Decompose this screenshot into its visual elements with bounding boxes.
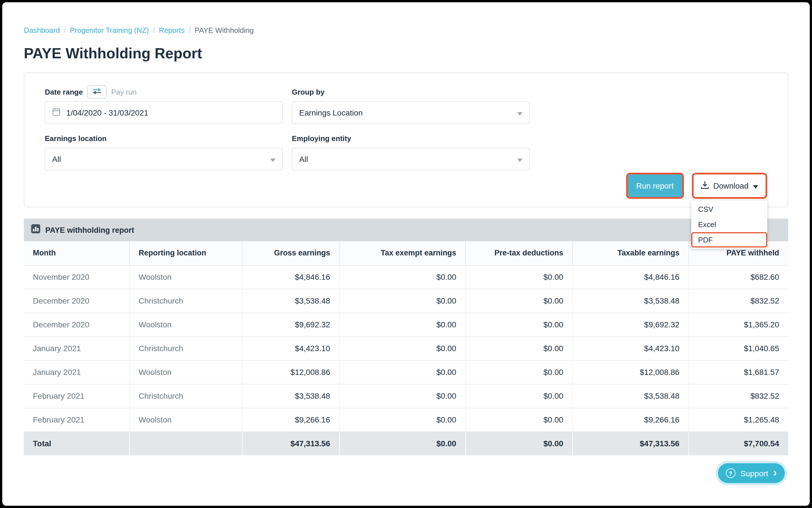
- table-cell: February 2021: [24, 384, 129, 408]
- download-button[interactable]: Download: [693, 174, 766, 197]
- date-range-value: 1/04/2020 - 31/03/2021: [66, 108, 149, 117]
- bar-chart-icon: [31, 224, 40, 236]
- table-cell: Woolston: [129, 408, 242, 431]
- table-cell: $1,681.57: [689, 360, 788, 384]
- date-range-input[interactable]: 1/04/2020 - 31/03/2021: [45, 101, 283, 124]
- group-by-field: Group by Earnings Location: [292, 87, 530, 124]
- table-cell: $832.52: [689, 384, 788, 408]
- total-tax-exempt-earnings: $0.00: [339, 431, 465, 455]
- table-cell: Christchurch: [129, 384, 242, 408]
- table-cell: December 2020: [24, 312, 129, 336]
- breadcrumb-reports[interactable]: Reports: [159, 26, 185, 35]
- date-range-label: Date range: [45, 87, 83, 96]
- page-content: Dashboard / Progenitor Training (NZ) / R…: [2, 2, 810, 506]
- report-table-body: November 2020Woolston$4,846.16$0.00$0.00…: [24, 265, 788, 431]
- total-empty-cell: [129, 431, 242, 455]
- table-cell: $0.00: [339, 289, 465, 312]
- earnings-location-select[interactable]: All: [45, 148, 283, 170]
- table-cell: $0.00: [339, 265, 465, 289]
- table-cell: $1,040.65: [689, 336, 788, 360]
- table-cell: $0.00: [339, 360, 465, 384]
- calendar-icon: [52, 108, 60, 118]
- group-by-value: Earnings Location: [299, 108, 363, 117]
- table-cell: $0.00: [339, 408, 465, 431]
- earnings-location-value: All: [52, 155, 61, 164]
- table-row: December 2020Woolston$9,692.32$0.00$0.00…: [24, 312, 788, 336]
- table-cell: Christchurch: [129, 289, 242, 312]
- table-cell: December 2020: [24, 289, 129, 312]
- table-cell: January 2021: [24, 336, 129, 360]
- menu-item-csv[interactable]: CSV: [691, 202, 767, 217]
- table-cell: $0.00: [465, 336, 573, 360]
- table-cell: $3,538.48: [243, 289, 340, 312]
- filter-actions: Run report: [45, 173, 767, 199]
- chevron-right-icon: ›: [773, 467, 777, 478]
- group-by-select[interactable]: Earnings Location: [292, 101, 530, 124]
- table-cell: Woolston: [129, 312, 242, 336]
- table-cell: $682.60: [689, 265, 788, 289]
- employing-entity-select[interactable]: All: [292, 148, 530, 170]
- table-cell: $0.00: [465, 312, 573, 336]
- report-title: PAYE withholding report: [45, 226, 134, 234]
- table-cell: Christchurch: [129, 336, 242, 360]
- table-row: February 2021Woolston$9,266.16$0.00$0.00…: [24, 408, 788, 431]
- swap-arrows-icon: [92, 87, 102, 97]
- table-cell: $0.00: [465, 360, 573, 384]
- date-mode-toggle[interactable]: [87, 85, 107, 98]
- table-total-row: Total $47,313.56 $0.00 $0.00 $47,313.56 …: [24, 431, 788, 455]
- total-taxable-earnings: $47,313.56: [573, 431, 689, 455]
- table-row: February 2021Christchurch$3,538.48$0.00$…: [24, 384, 788, 408]
- table-cell: $3,538.48: [573, 289, 689, 312]
- pay-run-label[interactable]: Pay run: [111, 87, 136, 96]
- table-cell: $1,265.48: [689, 408, 788, 431]
- column-header-month: Month: [24, 241, 129, 265]
- table-cell: Woolston: [129, 265, 242, 289]
- question-mark-icon: ?: [726, 468, 735, 478]
- table-cell: Woolston: [129, 360, 242, 384]
- download-highlight: Download: [692, 173, 767, 199]
- table-cell: $0.00: [339, 336, 465, 360]
- total-label: Total: [24, 431, 129, 455]
- table-cell: $1,365.20: [689, 312, 788, 336]
- chevron-down-icon: [517, 108, 522, 117]
- download-menu: CSV Excel PDF: [691, 201, 767, 249]
- earnings-location-field: Earnings location All: [45, 133, 283, 170]
- breadcrumb-current: PAYE Withholding: [195, 26, 254, 35]
- chevron-down-icon: [270, 155, 275, 164]
- chevron-down-icon: [753, 181, 758, 190]
- support-label: Support: [740, 469, 768, 478]
- table-cell: $3,538.48: [573, 384, 689, 408]
- table-cell: $0.00: [465, 384, 573, 408]
- column-header-taxable-earnings: Taxable earnings: [573, 241, 689, 265]
- table-cell: $9,266.16: [243, 408, 340, 431]
- total-gross-earnings: $47,313.56: [243, 431, 340, 455]
- table-cell: $0.00: [339, 384, 465, 408]
- table-cell: $9,692.32: [573, 312, 689, 336]
- run-report-button[interactable]: Run report: [627, 174, 682, 197]
- table-cell: November 2020: [24, 265, 129, 289]
- table-row: December 2020Christchurch$3,538.48$0.00$…: [24, 289, 788, 312]
- breadcrumb-dashboard[interactable]: Dashboard: [24, 26, 60, 35]
- date-range-field: Date range: [45, 87, 283, 124]
- menu-item-pdf[interactable]: PDF: [691, 232, 767, 248]
- total-pre-tax-deductions: $0.00: [465, 431, 573, 455]
- table-cell: $4,846.16: [243, 265, 340, 289]
- breadcrumb-separator: /: [189, 26, 191, 35]
- support-button[interactable]: ? Support ›: [718, 463, 785, 483]
- table-cell: $4,846.16: [573, 265, 689, 289]
- table-row: January 2021Woolston$12,008.86$0.00$0.00…: [24, 360, 788, 384]
- table-cell: February 2021: [24, 408, 129, 431]
- table-cell: $0.00: [339, 312, 465, 336]
- table-cell: $12,008.86: [573, 360, 689, 384]
- breadcrumb: Dashboard / Progenitor Training (NZ) / R…: [24, 2, 788, 35]
- employing-entity-label: Employing entity: [292, 134, 351, 142]
- table-row: November 2020Woolston$4,846.16$0.00$0.00…: [24, 265, 788, 289]
- breadcrumb-business[interactable]: Progenitor Training (NZ): [70, 26, 149, 35]
- table-cell: January 2021: [24, 360, 129, 384]
- column-header-pre-tax-deductions: Pre-tax deductions: [465, 241, 573, 265]
- table-header-row: Month Reporting location Gross earnings …: [24, 241, 788, 265]
- table-cell: $0.00: [465, 289, 573, 312]
- menu-item-excel[interactable]: Excel: [691, 217, 767, 232]
- table-cell: $4,423.10: [573, 336, 689, 360]
- employing-entity-field: Employing entity All: [292, 133, 530, 170]
